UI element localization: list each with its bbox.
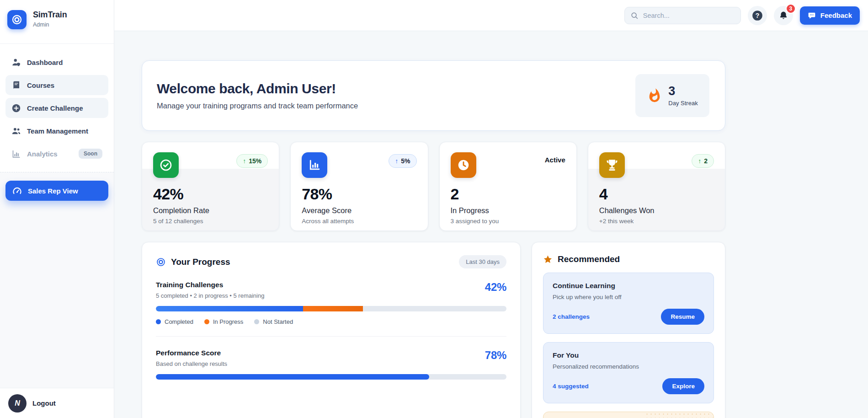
rec-card-for-you[interactable]: For You Personalized recommendations 4 s… xyxy=(543,342,714,403)
metric-sub: 5 completed • 2 in progress • 5 remainin… xyxy=(156,292,264,299)
not-started-dot xyxy=(254,319,259,324)
in-progress-segment xyxy=(303,306,362,311)
period-badge: Last 30 days xyxy=(459,255,506,268)
target-icon xyxy=(156,257,166,267)
sales-rep-view-button[interactable]: Sales Rep View xyxy=(5,181,108,201)
trend-badge: ↑5% xyxy=(389,154,416,168)
search-icon xyxy=(630,11,639,20)
rec-meta-link[interactable]: 4 suggested xyxy=(553,383,589,390)
rec-title: Continue Learning xyxy=(553,282,704,290)
streak-value: 3 xyxy=(668,85,698,97)
stat-label: Completion Rate xyxy=(153,206,268,215)
brand-name: SimTrain xyxy=(33,10,67,20)
stat-label: Average Score xyxy=(302,206,416,215)
streak-label: Day Streak xyxy=(668,100,698,107)
metric-title: Training Challenges xyxy=(156,281,264,289)
recommended-panel: Recommended Continue Learning Pick up wh… xyxy=(532,242,725,418)
page-subtitle: Manage your training programs and track … xyxy=(157,102,358,110)
logout-button[interactable]: Logout xyxy=(32,399,56,407)
sidebar-item-label: Dashboard xyxy=(27,59,63,66)
stat-value: 78% xyxy=(302,185,416,203)
content-scroll-area: Welcome back, Admin User! Manage your tr… xyxy=(114,31,868,418)
feedback-button[interactable]: Feedback xyxy=(800,6,860,25)
check-circle-icon xyxy=(153,152,179,178)
stat-sub: +2 this week xyxy=(599,218,714,225)
sales-rep-view-label: Sales Rep View xyxy=(28,187,78,195)
stat-sub: 5 of 12 challenges xyxy=(153,218,268,225)
explore-button[interactable]: Explore xyxy=(662,378,704,394)
performance-progress-bar xyxy=(156,374,506,380)
page-title: Welcome back, Admin User! xyxy=(157,81,358,96)
completed-dot xyxy=(156,319,161,324)
sidebar-item-dashboard[interactable]: Dashboard xyxy=(5,52,108,72)
sidebar-nav: Dashboard Courses Create Challenge xyxy=(0,44,114,166)
stat-card-completion-rate[interactable]: ↑15% 42% Completion Rate 5 of 12 challen… xyxy=(142,142,279,231)
brand-header: SimTrain Admin xyxy=(0,0,114,44)
flame-icon xyxy=(647,88,662,103)
rec-card-continue-learning[interactable]: Continue Learning Pick up where you left… xyxy=(543,273,714,334)
day-streak-box: 3 Day Streak xyxy=(635,74,709,117)
topbar: ? 3 Feedback xyxy=(114,0,868,31)
rec-sub: Personalized recommendations xyxy=(553,363,704,370)
chat-icon xyxy=(808,11,816,20)
stat-value: 42% xyxy=(153,185,268,203)
users-icon xyxy=(11,126,21,136)
feedback-label: Feedback xyxy=(820,11,852,19)
performance-segment xyxy=(156,374,429,380)
sidebar-item-team-management[interactable]: Team Management xyxy=(5,121,108,141)
soon-badge: Soon xyxy=(79,149,102,159)
your-progress-panel: Your Progress Last 30 days Training Chal… xyxy=(142,242,521,418)
panel-title: Your Progress xyxy=(171,257,230,267)
metric-percent: 78% xyxy=(485,349,506,362)
sidebar-item-courses[interactable]: Courses xyxy=(5,75,108,95)
sidebar-item-label: Create Challenge xyxy=(27,104,83,112)
sidebar-lower-section: Sales Rep View xyxy=(0,172,114,388)
help-button[interactable]: ? xyxy=(748,6,767,25)
stat-value: 4 xyxy=(599,185,714,203)
metric-title: Performance Score xyxy=(156,349,227,357)
status-flag: Active xyxy=(545,156,565,164)
notification-count-badge: 3 xyxy=(786,4,796,14)
stat-card-in-progress[interactable]: Active 2 In Progress 3 assigned to you xyxy=(439,142,577,231)
completed-segment xyxy=(156,306,303,311)
stat-sub: 3 assigned to you xyxy=(451,218,565,225)
metric-sub: Based on challenge results xyxy=(156,360,227,367)
trophy-icon xyxy=(599,152,625,178)
stat-value: 2 xyxy=(451,185,565,203)
metric-percent: 42% xyxy=(485,281,506,294)
training-progress-bar xyxy=(156,306,506,311)
notifications-button[interactable]: 3 xyxy=(774,6,793,25)
stat-label: Challenges Won xyxy=(599,206,714,215)
sidebar-item-label: Team Management xyxy=(27,127,88,135)
resume-button[interactable]: Resume xyxy=(661,309,704,325)
chart-icon xyxy=(302,152,327,178)
simtrain-logo-icon xyxy=(7,10,27,29)
sidebar-item-label: Analytics xyxy=(27,150,58,158)
search-input[interactable] xyxy=(643,12,735,19)
stat-label: In Progress xyxy=(451,206,565,215)
svg-text:?: ? xyxy=(755,11,759,19)
bar-chart-icon xyxy=(11,149,21,159)
performance-score-metric: Performance Score Based on challenge res… xyxy=(156,349,506,380)
book-icon xyxy=(11,80,21,90)
sidebar-item-create-challenge[interactable]: Create Challenge xyxy=(5,98,108,118)
avatar: N xyxy=(8,394,27,413)
sidebar-item-analytics[interactable]: Analytics Soon xyxy=(5,144,108,164)
gauge-icon xyxy=(12,186,22,196)
sidebar-item-label: Courses xyxy=(27,81,54,89)
training-challenges-metric: Training Challenges 5 completed • 2 in p… xyxy=(156,281,506,337)
panel-title: Recommended xyxy=(558,254,620,264)
trend-badge: ↑2 xyxy=(692,154,714,168)
rec-title: For You xyxy=(553,351,704,359)
stat-sub: Across all attempts xyxy=(302,218,416,225)
welcome-banner: Welcome back, Admin User! Manage your tr… xyxy=(142,60,725,131)
sidebar: SimTrain Admin Dashboard Courses xyxy=(0,0,114,418)
stat-card-average-score[interactable]: ↑5% 78% Average Score Across all attempt… xyxy=(290,142,428,231)
clock-icon xyxy=(451,152,476,178)
rec-card-skill-focus[interactable]: Skill Focus Build your weakest areas xyxy=(543,412,714,418)
search-box[interactable] xyxy=(624,7,741,24)
stat-card-challenges-won[interactable]: ↑2 4 Challenges Won +2 this week xyxy=(588,142,725,231)
plus-circle-icon xyxy=(11,103,21,113)
rec-meta-link[interactable]: 2 challenges xyxy=(553,313,590,320)
trend-badge: ↑15% xyxy=(236,154,268,168)
